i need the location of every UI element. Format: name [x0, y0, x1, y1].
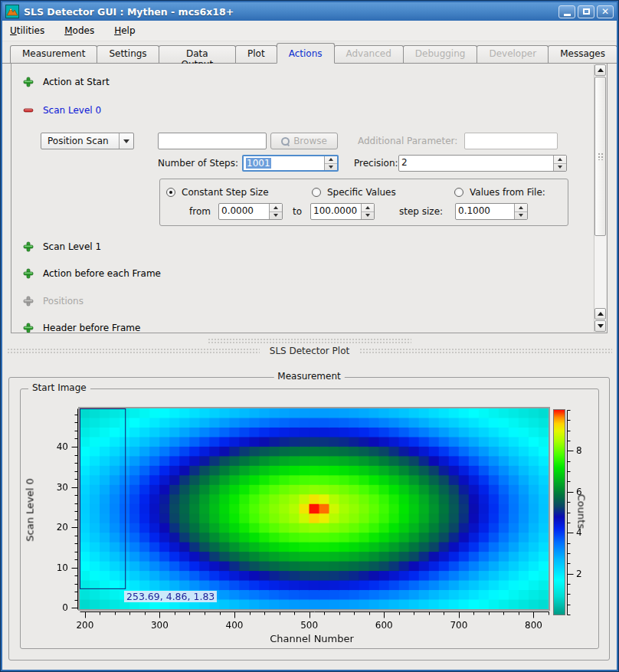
- additional-parameter-input[interactable]: [464, 133, 558, 149]
- radio-specific-values[interactable]: Specific Values: [312, 187, 396, 198]
- tab-advanced: Advanced: [334, 45, 404, 63]
- scrollbar-thumb[interactable]: [594, 77, 606, 236]
- minimize-icon: [564, 14, 571, 16]
- window-title: SLS Detector GUI : Mythen - mcs6x18+: [24, 6, 556, 18]
- action-at-start-label: Action at Start: [43, 77, 110, 87]
- vertical-scrollbar[interactable]: [594, 64, 606, 332]
- scan-mode-select[interactable]: Position Scan: [41, 133, 134, 149]
- step-size-spinbox[interactable]: 0.1000: [455, 203, 528, 220]
- tab-data-output[interactable]: Data Output: [159, 45, 236, 63]
- close-icon: ✕: [601, 7, 609, 16]
- maximize-button[interactable]: [578, 5, 594, 18]
- maximize-icon: [583, 8, 590, 15]
- spin-arrows[interactable]: [361, 204, 374, 219]
- actions-panel: Action at Start Scan Level 0 Position Sc…: [11, 64, 608, 333]
- spin-arrows[interactable]: [324, 156, 337, 170]
- scrollbar-down-button[interactable]: [594, 320, 606, 332]
- menu-utilities[interactable]: Utilities: [10, 25, 44, 36]
- browse-icon: [281, 137, 290, 146]
- dock-splitter[interactable]: SLS Detector Plot: [2, 333, 617, 369]
- positions-row: Positions: [23, 295, 84, 307]
- spin-arrows[interactable]: [514, 204, 527, 219]
- step-mode-groupbox: Constant Step Size Specific Values Value…: [159, 179, 568, 226]
- plus-icon: [23, 241, 34, 252]
- titlebar[interactable]: SLS Detector GUI : Mythen - mcs6x18+ ✕: [2, 2, 617, 21]
- start-image-title: Start Image: [28, 382, 90, 393]
- number-of-steps-spinbox[interactable]: 1001: [242, 155, 339, 172]
- tab-messages[interactable]: Messages: [548, 45, 617, 63]
- scan-level-0-row[interactable]: Scan Level 0: [23, 104, 101, 116]
- tab-settings[interactable]: Settings: [97, 45, 159, 63]
- precision-spinbox[interactable]: 2: [398, 155, 567, 172]
- spin-arrows[interactable]: [269, 204, 282, 219]
- y-axis-title: Scan Level 0: [25, 468, 36, 552]
- arrow-up-icon: [598, 68, 604, 72]
- scan-script-input[interactable]: [158, 133, 267, 149]
- start-image-groupbox: Start Image Channel Number Scan Level 0 …: [20, 388, 599, 649]
- chevron-down-icon: [119, 133, 133, 149]
- measurement-title: Measurement: [273, 371, 344, 382]
- spin-arrows[interactable]: [553, 156, 566, 171]
- radio-icon: [166, 188, 175, 197]
- tab-measurement[interactable]: Measurement: [10, 45, 97, 63]
- radio-icon: [312, 188, 321, 197]
- menu-modes[interactable]: Modes: [64, 25, 94, 36]
- additional-parameter-label: Additional Parameter:: [358, 133, 457, 149]
- x-axis-title: Channel Number: [74, 633, 549, 644]
- from-spinbox[interactable]: 0.0000: [218, 203, 283, 220]
- radio-constant-step-size[interactable]: Constant Step Size: [166, 187, 269, 198]
- scrollbar-up-button[interactable]: [594, 64, 606, 76]
- to-spinbox[interactable]: 100.0000: [310, 203, 375, 220]
- arrow-up-icon: [598, 312, 604, 316]
- menubar: Utilities Modes Help: [2, 21, 617, 41]
- from-label: from: [189, 203, 211, 220]
- tab-plot[interactable]: Plot: [235, 45, 277, 63]
- scan-level-1-label: Scan Level 1: [43, 241, 101, 252]
- minimize-button[interactable]: [558, 5, 575, 18]
- app-icon: [5, 5, 19, 18]
- step-size-label: step size:: [399, 203, 443, 220]
- plus-icon: [23, 323, 34, 333]
- measurement-groupbox: Measurement Start Image Channel Number S…: [8, 377, 610, 661]
- action-before-each-frame-row[interactable]: Action before each Frame: [23, 267, 161, 280]
- app-window: SLS Detector GUI : Mythen - mcs6x18+ ✕ U…: [0, 0, 619, 672]
- tab-actions[interactable]: Actions: [277, 43, 335, 64]
- action-at-start-row[interactable]: Action at Start: [23, 76, 110, 88]
- radio-icon: [454, 188, 463, 197]
- arrow-down-icon: [598, 324, 604, 328]
- radio-values-from-file[interactable]: Values from File:: [454, 187, 545, 198]
- header-before-frame-row[interactable]: Header before Frame: [23, 322, 140, 333]
- number-of-steps-label: Number of Steps:: [158, 155, 238, 172]
- precision-label: Precision:: [354, 155, 398, 172]
- scan-heatmap-canvas[interactable]: [26, 400, 602, 647]
- tab-developer: Developer: [477, 45, 549, 63]
- tab-debugging: Debugging: [403, 45, 478, 63]
- tabbar: Measurement Settings Data Output Plot Ac…: [2, 41, 617, 64]
- plus-icon: [23, 77, 34, 87]
- splitter-handle[interactable]: [208, 338, 411, 345]
- browse-button: Browse: [270, 133, 338, 149]
- plus-icon: [23, 268, 34, 279]
- scrollbar-up-button-2[interactable]: [594, 308, 606, 320]
- close-button[interactable]: ✕: [597, 5, 614, 18]
- plot-dock-title: SLS Detector Plot: [2, 346, 617, 356]
- colorbar-title: Counts: [576, 489, 588, 535]
- scan-level-0-label: Scan Level 0: [43, 105, 101, 116]
- actions-scroll-content: Action at Start Scan Level 0 Position Sc…: [11, 64, 594, 333]
- minus-icon: [23, 105, 34, 116]
- to-label: to: [293, 203, 302, 220]
- action-before-each-frame-label: Action before each Frame: [43, 268, 161, 279]
- grip-dots-icon: [598, 152, 603, 160]
- plus-icon: [23, 296, 34, 306]
- scan-level-1-row[interactable]: Scan Level 1: [23, 241, 101, 253]
- header-before-frame-label: Header before Frame: [43, 323, 140, 333]
- menu-help[interactable]: Help: [114, 25, 135, 36]
- positions-label: Positions: [43, 296, 84, 306]
- cursor-readout: 253.69, 4.86, 1.83: [124, 591, 217, 602]
